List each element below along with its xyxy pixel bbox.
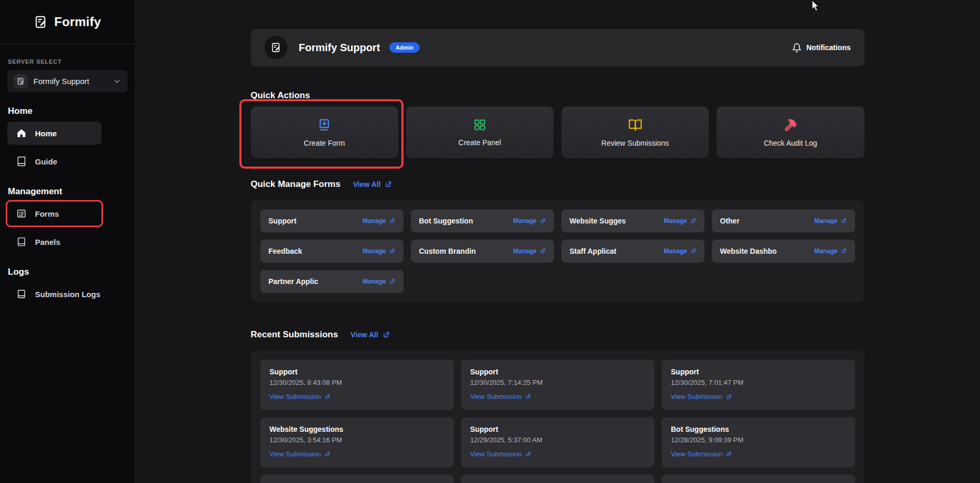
view-submission-link[interactable]: View Submission xyxy=(270,450,331,458)
chevron-down-icon xyxy=(113,77,121,86)
submission-timestamp: 12/30/2025, 8:43:08 PM xyxy=(270,379,444,386)
manage-link[interactable]: Manage xyxy=(664,217,696,225)
nav-section-home: Home xyxy=(8,106,135,116)
submission-title: Bot Suggestions xyxy=(671,425,846,433)
submissions-view-all-link[interactable]: View All xyxy=(351,331,390,339)
recent-submissions-heading: Recent Submissions xyxy=(251,329,338,340)
panel-icon xyxy=(16,237,27,247)
view-all-label: View All xyxy=(353,180,381,189)
notifications-button[interactable]: Notifications xyxy=(792,43,851,53)
external-link-icon xyxy=(389,218,395,224)
manage-label: Manage xyxy=(363,217,386,225)
manage-label: Manage xyxy=(814,217,838,225)
external-link-icon xyxy=(840,218,847,224)
sidebar-item-submission-logs[interactable]: Submission Logs xyxy=(7,282,101,305)
server-select-value: Formify Support xyxy=(33,77,89,86)
manage-link[interactable]: Manage xyxy=(513,248,546,255)
manage-link[interactable]: Manage xyxy=(363,217,395,225)
sidebar-item-panels[interactable]: Panels xyxy=(7,230,101,253)
external-link-icon xyxy=(539,248,546,254)
form-chip: Partner Applic Manage xyxy=(260,270,403,293)
sidebar-item-forms[interactable]: Forms xyxy=(7,202,101,225)
sidebar-item-home[interactable]: Home xyxy=(7,122,101,145)
view-submission-link[interactable]: View Submission xyxy=(671,450,732,458)
submission-timestamp: 12/30/2025, 7:14:25 PM xyxy=(470,379,645,386)
view-submission-link[interactable]: View Submission xyxy=(470,393,532,400)
manage-label: Manage xyxy=(664,248,687,255)
external-link-icon xyxy=(389,248,395,254)
manage-link[interactable]: Manage xyxy=(363,278,395,285)
manage-link[interactable]: Manage xyxy=(363,248,395,255)
manage-label: Manage xyxy=(513,217,537,225)
external-link-icon xyxy=(690,218,696,224)
manage-label: Manage xyxy=(513,248,537,255)
manage-label: Manage xyxy=(814,248,838,255)
view-submission-label: View Submission xyxy=(671,450,723,458)
sidebar-item-label: Home xyxy=(35,129,57,138)
manage-link[interactable]: Manage xyxy=(814,248,847,255)
sidebar-item-guide[interactable]: Guide xyxy=(7,150,101,173)
form-chip: Custom Brandin Manage xyxy=(411,240,554,263)
external-link-icon xyxy=(725,451,732,457)
review-submissions-button[interactable]: Review Submissions xyxy=(561,107,709,158)
manage-link[interactable]: Manage xyxy=(664,248,696,255)
external-link-icon xyxy=(324,394,330,400)
submission-card: Support 12/29/2025, 5:37:00 AM View Subm… xyxy=(461,417,654,467)
sidebar-item-label: Panels xyxy=(35,238,60,246)
submission-card: Support 12/30/2025, 7:01:47 PM View Subm… xyxy=(662,360,855,410)
quick-actions-grid: Create Form Create Panel Review Submissi… xyxy=(251,107,864,158)
submission-title: Support xyxy=(270,368,444,376)
view-submission-link[interactable]: View Submission xyxy=(270,393,331,400)
external-link-icon xyxy=(539,218,546,224)
forms-view-all-link[interactable]: View All xyxy=(353,180,392,189)
server-select-dropdown[interactable]: Formify Support xyxy=(7,70,128,92)
external-link-icon xyxy=(840,248,847,254)
external-link-icon xyxy=(384,181,392,189)
main-area: Formify Support Admin Notifications Quic… xyxy=(135,0,980,483)
nav-section-management: Management xyxy=(8,186,135,197)
hammer-icon xyxy=(783,118,798,132)
check-audit-log-button[interactable]: Check Audit Log xyxy=(717,107,864,158)
manage-label: Manage xyxy=(363,278,386,285)
notifications-label: Notifications xyxy=(806,43,851,52)
form-chip: Other Manage xyxy=(712,209,855,232)
form-name: Support xyxy=(269,217,297,225)
form-chip: Website Dashbo Manage xyxy=(712,240,855,263)
create-panel-button[interactable]: Create Panel xyxy=(406,107,554,158)
grid-icon xyxy=(473,118,487,132)
view-submission-link[interactable]: View Submission xyxy=(470,450,532,458)
submission-title: Support xyxy=(671,368,846,376)
sidebar-item-label: Forms xyxy=(35,209,59,218)
form-plus-icon xyxy=(317,118,331,132)
submission-card: Bot Suggestions 12/28/2025, 9:09:39 PM V… xyxy=(662,417,855,467)
home-icon xyxy=(16,128,27,138)
log-icon xyxy=(16,289,27,299)
view-submission-label: View Submission xyxy=(671,393,723,400)
submission-card-partial xyxy=(260,475,454,483)
submission-card: Support 12/30/2025, 7:14:25 PM View Subm… xyxy=(461,360,654,410)
form-list-icon xyxy=(16,208,27,219)
form-name: Staff Applicat xyxy=(570,247,617,255)
server-header: Formify Support Admin Notifications xyxy=(251,29,864,66)
form-name: Website Sugges xyxy=(570,217,626,225)
form-name: Feedback xyxy=(269,247,303,255)
submission-title: Support xyxy=(470,425,645,433)
manage-link[interactable]: Manage xyxy=(513,217,546,225)
external-link-icon xyxy=(389,278,395,285)
quick-action-label: Create Form xyxy=(304,139,345,147)
view-submission-link[interactable]: View Submission xyxy=(671,393,732,400)
form-chip: Feedback Manage xyxy=(260,240,403,263)
create-form-button[interactable]: Create Form xyxy=(251,107,398,158)
submission-timestamp: 12/30/2025, 7:01:47 PM xyxy=(671,379,846,386)
external-link-icon xyxy=(324,451,330,457)
submission-title: Support xyxy=(470,368,645,376)
server-icon xyxy=(14,74,28,88)
manage-link[interactable]: Manage xyxy=(814,217,847,225)
submission-card: Website Suggestions 12/30/2025, 3:54:16 … xyxy=(260,417,454,467)
page-title: Formify Support xyxy=(299,42,381,54)
app-logo: Formify xyxy=(0,0,135,44)
form-name: Partner Applic xyxy=(269,277,318,286)
book-icon xyxy=(16,156,27,167)
manage-label: Manage xyxy=(363,248,386,255)
server-avatar xyxy=(264,36,287,59)
